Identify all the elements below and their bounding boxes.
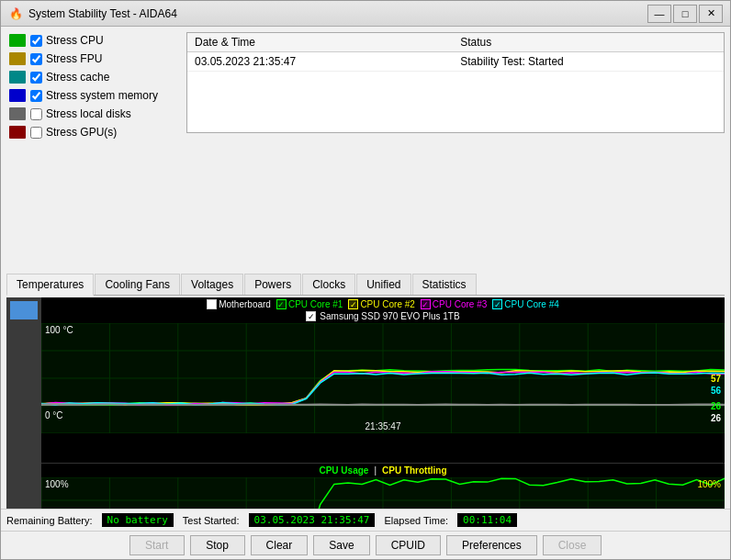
legend-core2-check[interactable]: ✓ (348, 299, 358, 309)
stress-icon-disks (8, 106, 27, 121)
tab-statistics[interactable]: Statistics (412, 274, 477, 295)
temp-canvas (41, 323, 725, 433)
svg-rect-1 (10, 35, 25, 46)
stress-item-gpu: Stress GPU(s) (6, 124, 181, 140)
tab-powers[interactable]: Powers (244, 274, 301, 295)
tab-voltages[interactable]: Voltages (181, 274, 243, 295)
right-panel: Date & Time Status 03.05.2023 21:35:47St… (186, 32, 725, 268)
minimize-button[interactable]: — (647, 5, 671, 23)
legend-core1-check[interactable]: ✓ (276, 299, 287, 309)
charts-wrapper: ✓ Motherboard ✓ CPU Core #1 ✓ CPU Core #… (41, 297, 725, 510)
temp-chart-container: ✓ Motherboard ✓ CPU Core #1 ✓ CPU Core #… (41, 297, 725, 463)
usage-chart-canvas-wrapper: 100% 0% 100% 0% (41, 477, 725, 510)
stress-checkbox-cache[interactable] (30, 72, 42, 84)
temp-legend-2: ✓ Samsung SSD 970 EVO Plus 1TB (41, 311, 725, 323)
left-nav (6, 297, 41, 510)
svg-rect-9 (10, 108, 25, 119)
legend-cpu-usage: CPU Usage (319, 465, 368, 476)
stress-label-disks: Stress local disks (46, 107, 131, 120)
tab-clocks[interactable]: Clocks (302, 274, 355, 295)
legend-separator: | (374, 465, 377, 476)
usage-y-top-left: 100% (45, 479, 69, 489)
stress-item-cache: Stress cache (6, 69, 181, 85)
legend-mb-check[interactable]: ✓ (207, 299, 217, 309)
battery-value: No battery (102, 513, 174, 527)
tabs-container: TemperaturesCooling FansVoltagesPowersCl… (6, 274, 725, 296)
status-table: Date & Time Status 03.05.2023 21:35:47St… (186, 32, 725, 133)
nav-indicator[interactable] (10, 301, 38, 319)
col-header-status: Status (453, 33, 724, 52)
right-val-26-2: 26 (711, 413, 721, 423)
tab-unified[interactable]: Unified (356, 274, 410, 295)
svg-rect-7 (10, 90, 25, 101)
title-bar-buttons: — □ ✕ (647, 5, 723, 23)
elapsed-value: 00:11:04 (457, 513, 517, 527)
stress-icon-cache (8, 70, 27, 84)
right-val-56: 56 (711, 386, 721, 396)
svg-rect-3 (10, 53, 25, 64)
tab-temperatures[interactable]: Temperatures (6, 274, 94, 296)
usage-canvas (41, 477, 725, 510)
svg-rect-5 (10, 72, 25, 83)
tab-cooling-fans[interactable]: Cooling Fans (95, 274, 180, 295)
stress-checkbox-disks[interactable] (30, 108, 42, 120)
app-icon: 🔥 (8, 6, 23, 21)
usage-legend: CPU Usage | CPU Throttling (41, 464, 725, 477)
stress-icon-cpu (8, 33, 27, 48)
legend-core3: ✓ CPU Core #3 (421, 299, 487, 309)
maximize-button[interactable]: □ (673, 5, 697, 23)
title-bar: 🔥 System Stability Test - AIDA64 — □ ✕ (1, 1, 730, 27)
stress-item-cpu: Stress CPU (6, 32, 181, 49)
stress-item-memory: Stress system memory (6, 87, 181, 104)
stress-item-fpu: Stress FPU (6, 50, 181, 67)
svg-rect-11 (10, 127, 25, 138)
stop-button[interactable]: Stop (190, 535, 245, 555)
legend-core1: ✓ CPU Core #1 (276, 299, 343, 309)
cpuid-button[interactable]: CPUID (376, 535, 441, 555)
legend-core4-check[interactable]: ✓ (492, 299, 502, 309)
stress-label-fpu: Stress FPU (46, 52, 102, 65)
col-header-datetime: Date & Time (187, 33, 453, 52)
button-bar: Start Stop Clear Save CPUID Preferences … (1, 531, 730, 559)
legend-core2: ✓ CPU Core #2 (348, 299, 414, 309)
stress-icon-gpu (8, 125, 27, 140)
stress-checkbox-gpu[interactable] (30, 127, 42, 139)
close-window-button[interactable]: ✕ (699, 5, 723, 23)
temp-chart-canvas-wrapper: 100 °C 0 °C 21:35:47 57 56 26 26 (41, 323, 725, 433)
legend-core3-check[interactable]: ✓ (421, 299, 431, 309)
stress-label-gpu: Stress GPU(s) (46, 126, 117, 139)
start-button[interactable]: Start (129, 535, 185, 555)
stress-checkbox-fpu[interactable] (30, 53, 42, 65)
clear-button[interactable]: Clear (251, 535, 309, 555)
legend-motherboard: ✓ Motherboard (207, 299, 271, 309)
legend-ssd-check[interactable]: ✓ (306, 311, 316, 321)
stress-item-disks: Stress local disks (6, 106, 181, 122)
main-window: 🔥 System Stability Test - AIDA64 — □ ✕ S… (0, 0, 731, 560)
status-row-datetime: 03.05.2023 21:35:47 (187, 52, 453, 72)
title-bar-left: 🔥 System Stability Test - AIDA64 (8, 6, 177, 21)
stress-checkbox-memory[interactable] (30, 90, 42, 102)
stress-icon-memory (8, 88, 27, 103)
close-button[interactable]: Close (543, 535, 602, 555)
test-started-value: 03.05.2023 21:35:47 (249, 513, 376, 527)
stress-label-memory: Stress system memory (46, 89, 158, 102)
temp-legend-1: ✓ Motherboard ✓ CPU Core #1 ✓ CPU Core #… (41, 297, 725, 311)
x-label: 21:35:47 (366, 421, 401, 431)
legend-core4: ✓ CPU Core #4 (492, 299, 558, 309)
content-area: Stress CPUStress FPUStress cacheStress s… (1, 27, 730, 274)
window-title: System Stability Test - AIDA64 (28, 7, 177, 20)
stress-checkbox-cpu[interactable] (30, 35, 42, 47)
right-val-26-1: 26 (711, 401, 721, 411)
test-started-label: Test Started: (183, 515, 240, 526)
stress-label-cache: Stress cache (46, 71, 109, 84)
usage-chart-container: CPU Usage | CPU Throttling 100% 0% 100% … (41, 463, 725, 510)
stress-label-cpu: Stress CPU (46, 34, 104, 47)
bottom-bar: Remaining Battery: No battery Test Start… (1, 509, 730, 531)
save-button[interactable]: Save (313, 535, 369, 555)
status-row-status: Stability Test: Started (453, 52, 724, 72)
preferences-button[interactable]: Preferences (446, 535, 537, 555)
elapsed-label: Elapsed Time: (384, 515, 448, 526)
usage-y-top-right: 100% (697, 479, 721, 489)
right-val-57: 57 (711, 374, 721, 384)
y-bottom-label: 0 °C (45, 410, 63, 420)
